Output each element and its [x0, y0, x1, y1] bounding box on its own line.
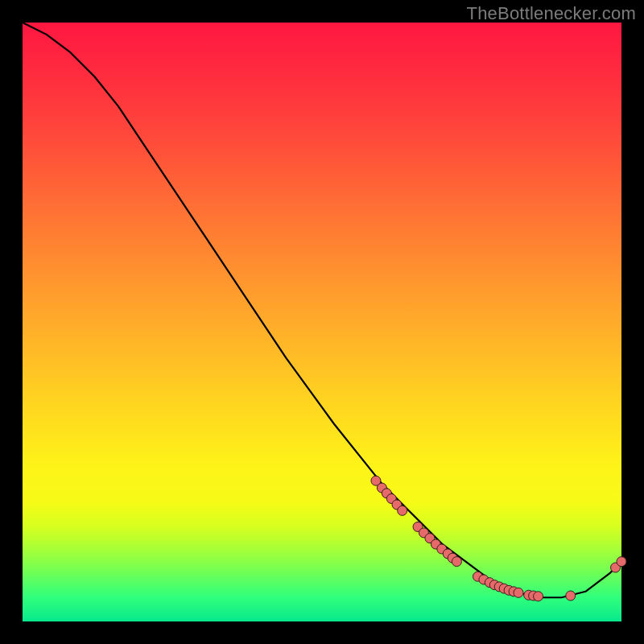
plot-area	[23, 23, 621, 621]
data-marker	[514, 588, 523, 597]
markers-group	[371, 476, 626, 601]
curve-line	[23, 23, 621, 597]
watermark-text: TheBottlenecker.com	[467, 3, 636, 24]
data-marker	[617, 557, 626, 567]
data-marker	[452, 557, 461, 567]
chart-svg	[23, 23, 621, 621]
chart-container: TheBottlenecker.com	[0, 0, 644, 644]
data-marker	[398, 506, 407, 515]
data-marker	[566, 591, 576, 601]
data-marker	[534, 592, 543, 601]
